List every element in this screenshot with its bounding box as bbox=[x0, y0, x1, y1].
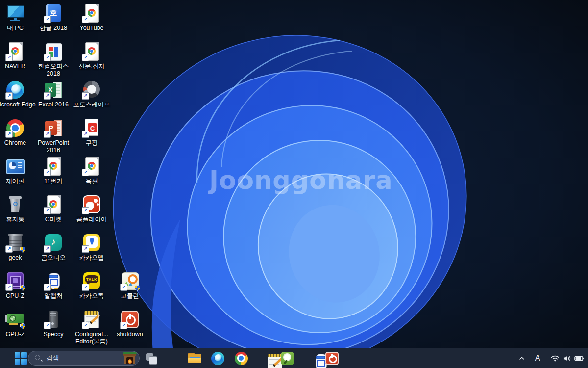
desktop-icon-edge[interactable]: ↗ Microsoft Edge bbox=[0, 79, 34, 118]
desktop-icon-11st[interactable]: ↗ 11번가 bbox=[34, 156, 73, 194]
task-view-icon bbox=[145, 352, 157, 364]
icon-label: 신문.잡지 bbox=[70, 63, 113, 70]
desktop-icon-shutdown[interactable]: ↗ shutdown bbox=[111, 309, 149, 347]
icon-label: Chrome bbox=[0, 139, 37, 147]
shortcut-arrow-icon: ↗ bbox=[44, 54, 51, 61]
desktop-icon-cpu-z[interactable]: ↗ CPU-Z bbox=[0, 271, 34, 309]
shortcut-arrow-icon: ↗ bbox=[5, 245, 13, 253]
desktop-icon-chrome[interactable]: ↗ Chrome bbox=[0, 118, 34, 156]
desktop-icon-gom-audio[interactable]: ♪↗ 곰오디오 bbox=[34, 233, 73, 271]
shortcut-arrow-icon: ↗ bbox=[82, 54, 89, 61]
desktop-icon-photoscape[interactable]: ↗ 포토스케이프 bbox=[73, 79, 111, 118]
cpu-z-icon: ↗ bbox=[4, 271, 26, 291]
task-view-button[interactable] bbox=[142, 349, 160, 367]
shortcut-arrow-icon: ↗ bbox=[120, 322, 127, 329]
my-pc-icon bbox=[4, 3, 26, 24]
desktop-icon-gpu-z[interactable]: GPU-Z bbox=[0, 309, 34, 347]
edge-taskbar-button[interactable] bbox=[209, 349, 226, 367]
desktop-icon-coupang[interactable]: C↗ 쿠팡 bbox=[73, 118, 111, 156]
icon-label: G마켓 bbox=[32, 216, 75, 223]
desktop-icon-speccy[interactable]: ↗ Speccy bbox=[34, 309, 73, 347]
uac-shield-icon bbox=[20, 247, 25, 253]
shortcut-arrow-icon: ↗ bbox=[44, 207, 51, 214]
photoscape-icon: ↗ bbox=[81, 79, 102, 100]
desktop-icon-gom-player[interactable]: ↗ 곰플레이어 bbox=[73, 194, 111, 233]
icon-label: 쿠팡 bbox=[70, 139, 113, 147]
shortcut-arrow-icon: ↗ bbox=[82, 207, 89, 214]
shortcut-arrow-icon: ↗ bbox=[44, 245, 51, 253]
search-highlight-fireplace-icon[interactable] bbox=[123, 352, 136, 365]
uac-shield-icon bbox=[20, 323, 25, 329]
icon-label: NAVER bbox=[0, 63, 37, 70]
icon-label: 내 PC bbox=[0, 25, 37, 32]
desktop-icon-geek[interactable]: ↗ geek bbox=[0, 233, 34, 271]
icon-label: CPU-Z bbox=[0, 292, 37, 300]
icon-label: Speccy bbox=[32, 331, 75, 338]
gom-audio-icon: ♪↗ bbox=[43, 233, 64, 253]
hwp-icon: 호↗ bbox=[43, 3, 64, 24]
windows-logo-icon bbox=[15, 352, 27, 365]
goclean-icon: ↗ bbox=[119, 271, 141, 291]
shutdown-taskbar-button[interactable] bbox=[323, 349, 341, 367]
icon-label: 휴지통 bbox=[0, 216, 37, 223]
gom-player-icon: ↗ bbox=[81, 194, 102, 215]
desktop-icon-my-pc[interactable]: 내 PC bbox=[0, 3, 34, 41]
volume-icon bbox=[563, 355, 571, 362]
chrome-icon: ↗ bbox=[4, 118, 26, 138]
icon-label: 고클린 bbox=[108, 292, 151, 300]
desktop-icon-auction[interactable]: ↗ 옥션 bbox=[73, 156, 111, 194]
coupang-icon: C↗ bbox=[81, 118, 102, 138]
speccy-icon: ↗ bbox=[43, 309, 64, 330]
desktop-icon-powerpoint[interactable]: P↗ PowerPoint 2016 bbox=[34, 118, 73, 156]
shortcut-arrow-icon: ↗ bbox=[5, 92, 13, 100]
edge-icon bbox=[211, 352, 224, 365]
desktop-icon-goclean[interactable]: ↗ 고클린 bbox=[111, 271, 149, 309]
icon-label: 포토스케이프 bbox=[70, 101, 113, 108]
file-explorer-button[interactable] bbox=[186, 349, 203, 367]
gpu-z-icon bbox=[4, 309, 26, 330]
alsee-taskbar-button[interactable] bbox=[278, 349, 296, 367]
desktop-icon-youtube[interactable]: ↗ YouTube bbox=[73, 3, 111, 41]
shortcut-arrow-icon: ↗ bbox=[82, 322, 89, 329]
chrome-shortcut-icon: ↗ bbox=[43, 194, 64, 215]
icon-label: geek bbox=[0, 254, 37, 262]
icon-label: 한컴오피스 2018 bbox=[32, 63, 75, 78]
desktop-icon-config-editor[interactable]: ↗ Configurat... Editor(볼륨) bbox=[73, 309, 111, 347]
desktop-icon-recycle-bin[interactable]: ♻ 휴지통 bbox=[0, 194, 34, 233]
taskbar: 검색 A bbox=[0, 348, 588, 368]
desktop-icon-gmarket[interactable]: ↗ G마켓 bbox=[34, 194, 73, 233]
icon-label: PowerPoint 2016 bbox=[32, 139, 75, 155]
wifi-icon bbox=[551, 355, 560, 362]
chrome-shortcut-icon: ↗ bbox=[81, 3, 102, 24]
alcapture-taskbar-button[interactable] bbox=[301, 349, 318, 367]
desktop-icon-hancom-office[interactable]: ↗ 한컴오피스 2018 bbox=[34, 41, 73, 79]
desktop-icon-excel[interactable]: X↗ 포토스케이프 Excel 2016 bbox=[34, 79, 73, 118]
excel-icon: X↗ bbox=[43, 79, 64, 100]
shortcut-arrow-icon: ↗ bbox=[82, 284, 89, 291]
desktop-icon-kakaotalk[interactable]: TALK↗ 카카오톡 bbox=[73, 271, 111, 309]
shortcut-arrow-icon: ↗ bbox=[120, 284, 127, 291]
taskbar-search[interactable]: 검색 bbox=[28, 351, 140, 366]
desktop-icon-control-panel[interactable]: 제어판 bbox=[0, 156, 34, 194]
shortcut-arrow-icon: ↗ bbox=[5, 54, 13, 61]
desktop-icon-grid: 내 PC 호↗ 한글 2018 ↗ YouTube ↗ NAVER ↗ 한컴오피… bbox=[0, 3, 149, 347]
desktop-icon-kakao-map[interactable]: ↗ 카카오맵 bbox=[73, 233, 111, 271]
kakao-map-icon: ↗ bbox=[81, 233, 102, 253]
quick-settings-button[interactable] bbox=[548, 350, 587, 366]
desktop-icon-naver[interactable]: ↗ NAVER bbox=[0, 41, 34, 79]
tray-chevron-button[interactable] bbox=[516, 350, 528, 366]
power-icon bbox=[325, 352, 339, 365]
chrome-taskbar-button[interactable] bbox=[232, 349, 250, 367]
desktop-icon-hwp-2018[interactable]: 호↗ 한글 2018 bbox=[34, 3, 73, 41]
shortcut-arrow-icon: ↗ bbox=[44, 169, 51, 176]
shortcut-arrow-icon: ↗ bbox=[44, 16, 51, 23]
geek-uninstaller-icon: ↗ bbox=[4, 233, 26, 253]
notepad-taskbar-button[interactable] bbox=[255, 349, 273, 367]
shortcut-arrow-icon: ↗ bbox=[44, 284, 51, 291]
desktop-icon-newspaper[interactable]: ↗ 신문.잡지 bbox=[73, 41, 111, 79]
desktop-icon-alcapture[interactable]: ↗ 알캡처 bbox=[34, 271, 73, 309]
shortcut-arrow-icon: ↗ bbox=[82, 169, 89, 176]
icon-label: GPU-Z bbox=[0, 331, 37, 338]
ime-indicator[interactable]: A bbox=[531, 350, 544, 366]
start-button[interactable] bbox=[12, 349, 29, 367]
